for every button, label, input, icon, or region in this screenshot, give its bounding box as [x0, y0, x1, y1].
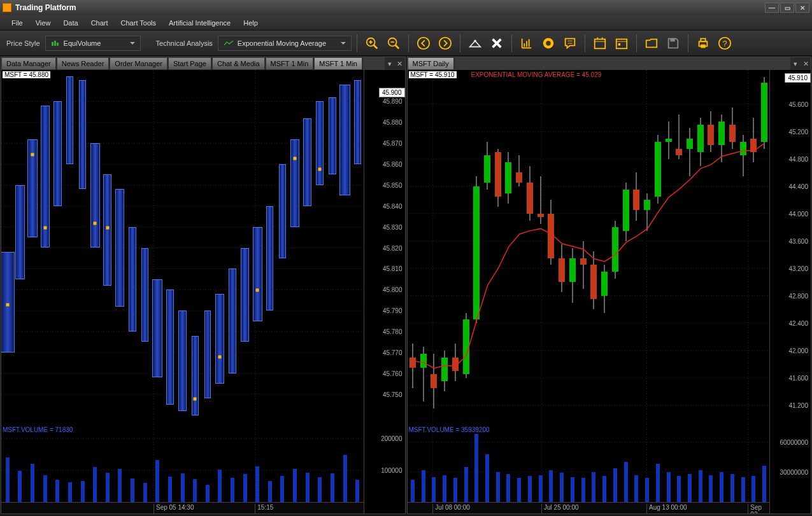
volume-bar	[751, 476, 755, 502]
volume-bar	[293, 469, 297, 502]
right-yaxis: 45.60045.20044.80044.40044.00043.60043.2…	[769, 70, 811, 513]
open-icon[interactable]	[642, 34, 661, 53]
tab-data-manager[interactable]: Data Manager	[1, 57, 56, 70]
svg-line-4	[374, 45, 378, 48]
equivolume-bar	[53, 101, 62, 206]
equivolume-bar	[192, 336, 199, 415]
volume-bar	[280, 476, 284, 502]
left-tab-close-icon[interactable]: ✕	[395, 57, 405, 70]
left-tab-menu-icon[interactable]: ▾	[385, 57, 395, 70]
volume-bar	[81, 481, 85, 502]
volume-bar	[602, 476, 606, 502]
tab-start-page[interactable]: Start Page	[168, 57, 211, 70]
svg-rect-28	[616, 39, 627, 48]
equivolume-bar	[103, 174, 111, 285]
right-chart[interactable]: MSFT = 45.910 EXPONENTIAL MOVING AVERAGE…	[408, 70, 811, 513]
svg-text:?: ?	[722, 38, 727, 48]
left-yaxis: 45.89045.88045.87045.86045.85045.84045.8…	[364, 70, 405, 513]
volume-bar	[231, 478, 234, 502]
volume-bar	[720, 472, 723, 502]
right-tab-close-icon[interactable]: ✕	[801, 57, 811, 70]
right-current-price: 45.910	[785, 73, 811, 83]
menu-chart[interactable]: Chart	[91, 19, 108, 27]
volume-bar	[255, 466, 259, 502]
calendar2-icon[interactable]	[612, 34, 631, 53]
equivolume-bar	[339, 85, 350, 195]
equivolume-bar	[215, 294, 224, 384]
tab-news-reader[interactable]: News Reader	[57, 57, 110, 70]
zoom-in-button[interactable]	[362, 34, 381, 53]
price-style-dropdown[interactable]: EquiVolume	[45, 36, 141, 51]
equivolume-bar	[27, 139, 38, 238]
crosshair-button[interactable]	[466, 34, 485, 53]
print-icon[interactable]	[694, 34, 713, 53]
equivolume-bar	[279, 164, 287, 258]
volume-bar	[699, 470, 702, 502]
equivolume-bar	[241, 248, 249, 342]
left-tabbar: Data Manager News Reader Order Manager S…	[1, 57, 405, 70]
volume-bar	[677, 476, 681, 502]
zoom-out-button[interactable]	[384, 34, 403, 53]
menu-view[interactable]: View	[36, 19, 51, 27]
menu-chart-tools[interactable]: Chart Tools	[121, 19, 156, 27]
tab-msft-daily[interactable]: MSFT Daily	[408, 57, 454, 70]
menu-ai[interactable]: Artificial Intelligence	[169, 19, 231, 27]
svg-rect-18	[526, 41, 527, 46]
svg-rect-0	[52, 42, 53, 46]
volume-bar	[55, 480, 59, 502]
save-icon[interactable]	[664, 34, 683, 53]
svg-rect-19	[529, 39, 530, 46]
content: Data Manager News Reader Order Manager S…	[0, 56, 812, 515]
menu-file[interactable]: File	[11, 19, 23, 27]
menu-help[interactable]: Help	[243, 19, 258, 27]
calendar1-icon[interactable]	[590, 34, 609, 53]
nav-back-button[interactable]	[414, 34, 433, 53]
volume-bar	[432, 477, 436, 502]
tab-chat-media[interactable]: Chat & Media	[212, 57, 265, 70]
menu-data[interactable]: Data	[63, 19, 78, 27]
left-chart[interactable]: MSFT = 45.880 MSFT.VOLUME = 71830 45.890…	[1, 70, 405, 513]
volume-bar	[667, 472, 671, 502]
equivolume-bar	[79, 80, 86, 189]
comment-icon[interactable]	[560, 34, 580, 53]
volume-bar	[355, 480, 359, 503]
volume-bar	[243, 474, 247, 502]
volume-bar	[93, 467, 97, 502]
help-icon[interactable]: ?	[715, 34, 734, 53]
equivolume-bar	[90, 143, 100, 248]
equivolume-bar	[329, 97, 337, 175]
volume-bar	[688, 474, 692, 502]
volume-bar	[131, 478, 134, 502]
volume-bar	[306, 473, 310, 502]
volume-bar	[6, 457, 10, 502]
equivolume-bar	[166, 289, 174, 405]
equivolume-bar	[66, 76, 73, 164]
svg-rect-2	[57, 43, 59, 46]
volume-bar	[613, 468, 617, 502]
equivolume-bar	[15, 185, 25, 279]
ta-dropdown[interactable]: Exponential Moving Average	[218, 36, 352, 51]
minimize-button[interactable]: —	[765, 3, 779, 13]
maximize-button[interactable]: ▭	[780, 3, 794, 13]
svg-point-10	[418, 37, 429, 48]
equivolume-bar	[204, 310, 211, 398]
indicator-icon[interactable]	[539, 34, 558, 53]
volume-bar	[474, 434, 478, 502]
volume-bar	[517, 478, 521, 502]
svg-rect-34	[701, 44, 705, 48]
window-title: Trading Platform	[15, 3, 76, 12]
tab-msft-1min-b[interactable]: MSFT 1 Min	[314, 57, 362, 70]
delete-button[interactable]	[487, 34, 506, 53]
chart-type-icon[interactable]	[517, 34, 536, 53]
svg-rect-30	[618, 43, 620, 46]
menubar: File View Data Chart Chart Tools Artific…	[0, 15, 812, 31]
right-tab-menu-icon[interactable]: ▾	[790, 57, 801, 70]
equivolume-bar	[303, 118, 311, 206]
tab-msft-1min-a[interactable]: MSFT 1 Min	[266, 57, 314, 70]
close-button[interactable]: ✕	[795, 3, 809, 13]
tab-order-manager[interactable]: Order Manager	[110, 57, 167, 70]
volume-bar	[155, 460, 159, 502]
equivolume-bar	[316, 101, 324, 185]
nav-forward-button[interactable]	[436, 34, 455, 53]
volume-bar	[411, 480, 415, 502]
